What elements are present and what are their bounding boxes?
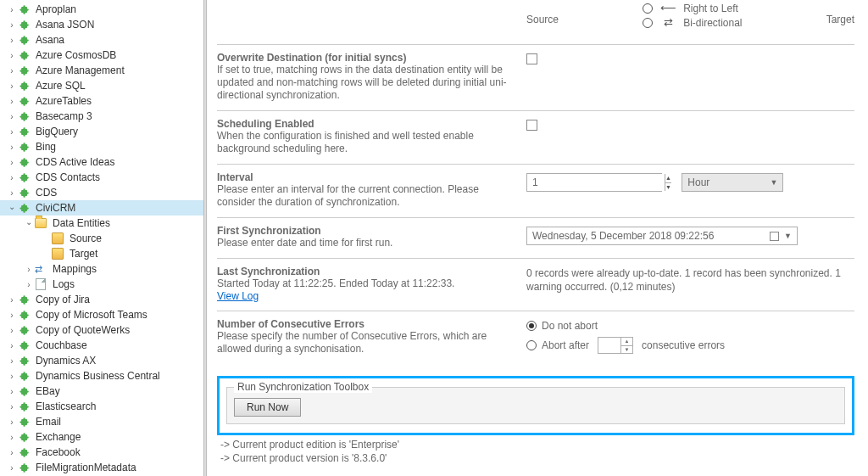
chevron-right-icon[interactable] <box>7 188 17 198</box>
tree-item[interactable]: Target <box>0 246 203 261</box>
tree-item[interactable]: Exchange <box>0 429 203 445</box>
interval-input[interactable] <box>527 174 665 191</box>
calendar-dropdown-icon[interactable]: ▼ <box>784 232 792 240</box>
tree-item[interactable]: CiviCRM <box>0 200 203 216</box>
puzzle-icon <box>17 33 31 47</box>
interval-spinner[interactable]: ▲▼ <box>526 173 662 192</box>
tree-item[interactable]: Copy of Jira <box>0 292 203 307</box>
errors-abort-radio[interactable] <box>526 340 537 350</box>
errors-abort-before: Abort after <box>542 339 589 351</box>
chevron-right-icon[interactable] <box>24 280 34 289</box>
chevron-right-icon[interactable] <box>7 51 17 60</box>
tree-item-label: Data Entities <box>51 217 110 229</box>
chevron-down-icon[interactable] <box>24 219 34 228</box>
chevron-right-icon[interactable] <box>7 143 17 152</box>
folder-icon <box>34 216 47 230</box>
errors-noabort-radio[interactable] <box>526 321 537 331</box>
tree-item[interactable]: Elasticsearch <box>0 399 203 414</box>
tree-item[interactable]: BigQuery <box>0 124 203 139</box>
chevron-right-icon[interactable] <box>7 387 17 396</box>
tree-item[interactable]: Azure Management <box>0 63 203 78</box>
interval-title: Interval <box>217 171 509 183</box>
tree-item[interactable]: CDS Active Ideas <box>0 154 203 170</box>
tree-item[interactable]: Azure CosmosDB <box>0 48 203 63</box>
chevron-right-icon[interactable] <box>7 326 17 335</box>
database-icon <box>51 232 64 245</box>
run-toolbox-highlight: Run Synchronization Toolbox Run Now <box>217 376 854 435</box>
tree-item[interactable]: Bing <box>0 139 203 154</box>
tree-item[interactable]: Facebook <box>0 445 203 460</box>
tree-item[interactable]: CDS <box>0 185 203 200</box>
chevron-right-icon[interactable] <box>7 158 17 167</box>
lastsync-title: Last Synchronization <box>217 266 509 277</box>
tree-item[interactable]: Dynamics AX <box>0 353 203 368</box>
errors-count-spinner[interactable]: ▲▼ <box>598 337 633 354</box>
tree-item-label: Basecamp 3 <box>34 110 92 122</box>
tree-item[interactable]: Aproplan <box>0 2 203 17</box>
chevron-right-icon[interactable] <box>7 66 17 76</box>
tree-item[interactable]: Mappings <box>0 261 203 277</box>
tree-item-label: Aproplan <box>34 3 76 15</box>
scheduling-checkbox[interactable] <box>526 120 537 131</box>
chevron-right-icon[interactable] <box>7 36 17 45</box>
chevron-right-icon[interactable] <box>7 127 17 137</box>
chevron-right-icon[interactable] <box>7 433 17 442</box>
spin-up-icon[interactable]: ▲ <box>621 338 632 346</box>
chevron-right-icon[interactable] <box>7 402 17 412</box>
tree-item[interactable]: Asana JSON <box>0 17 203 32</box>
chevron-right-icon[interactable] <box>7 463 17 473</box>
chevron-right-icon[interactable] <box>24 265 34 274</box>
chevron-right-icon[interactable] <box>7 356 17 366</box>
tree-item[interactable]: Copy of Microsoft Teams <box>0 307 203 322</box>
tree-item[interactable]: Basecamp 3 <box>0 109 203 124</box>
chevron-right-icon[interactable] <box>7 295 17 305</box>
chevron-right-icon[interactable] <box>7 311 17 320</box>
tree-item-label: Logs <box>51 278 75 290</box>
direction-bidi-radio[interactable] <box>643 18 653 28</box>
tree-item[interactable]: CDS Contacts <box>0 170 203 185</box>
tree-item[interactable]: EBay <box>0 384 203 399</box>
tree-item[interactable]: Dynamics Business Central <box>0 368 203 384</box>
run-now-button[interactable]: Run Now <box>234 398 301 417</box>
chevron-right-icon[interactable] <box>7 417 17 427</box>
tree-item[interactable]: FileMigrationMetadata <box>0 460 203 475</box>
spin-up-icon[interactable]: ▲ <box>665 174 671 183</box>
page-icon <box>34 277 47 291</box>
spin-down-icon[interactable]: ▼ <box>665 183 671 192</box>
tree-item-label: Elasticsearch <box>34 400 96 412</box>
firstsync-enable-check[interactable] <box>770 232 779 241</box>
overwrite-title: Overwrite Destination (for initial syncs… <box>217 52 509 64</box>
spin-down-icon[interactable]: ▼ <box>621 346 632 354</box>
interval-unit-dropdown[interactable]: Hour ▼ <box>682 173 783 192</box>
tree-item[interactable]: Data Entities <box>0 216 203 231</box>
tree-item[interactable]: Asana <box>0 32 203 48</box>
chevron-right-icon[interactable] <box>7 5 17 14</box>
chevron-right-icon[interactable] <box>7 372 17 381</box>
direction-rtl-label: Right to Left <box>683 3 738 14</box>
direction-rtl-radio[interactable] <box>643 3 653 14</box>
chevron-right-icon[interactable] <box>7 341 17 350</box>
firstsync-datetime[interactable]: Wednesday, 5 December 2018 09:22:56 ▼ <box>526 227 798 245</box>
chevron-right-icon[interactable] <box>7 112 17 121</box>
tree-item[interactable]: Email <box>0 414 203 429</box>
chevron-right-icon[interactable] <box>7 448 17 457</box>
chevron-right-icon[interactable] <box>7 173 17 182</box>
overwrite-checkbox[interactable] <box>526 53 537 64</box>
tree-item[interactable]: Azure SQL <box>0 78 203 93</box>
tree-item[interactable]: Copy of QuoteWerks <box>0 322 203 338</box>
puzzle-icon <box>17 445 31 459</box>
tree-item[interactable]: Source <box>0 231 203 246</box>
chevron-right-icon[interactable] <box>7 20 17 30</box>
tree-item-label: Asana <box>34 34 64 46</box>
tree-item[interactable]: Logs <box>0 277 203 292</box>
tree-item[interactable]: AzureTables <box>0 93 203 109</box>
tree-item[interactable]: Couchbase <box>0 338 203 353</box>
puzzle-icon <box>17 171 31 184</box>
view-log-link[interactable]: View Log <box>217 290 259 302</box>
chevron-right-icon[interactable] <box>7 97 17 106</box>
tree-item-label: Mappings <box>51 263 97 275</box>
puzzle-icon <box>17 400 31 413</box>
connection-tree[interactable]: AproplanAsana JSONAsanaAzure CosmosDBAzu… <box>0 0 203 476</box>
chevron-right-icon[interactable] <box>7 81 17 91</box>
chevron-down-icon[interactable] <box>7 204 17 213</box>
